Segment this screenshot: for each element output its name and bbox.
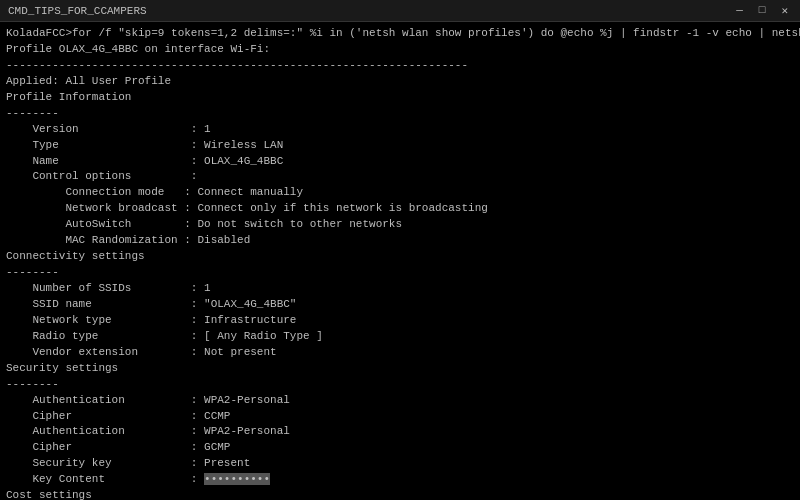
cmd-line: KoladaFCC>for /f "skip=9 tokens=1,2 deli…: [6, 26, 794, 42]
auth2: Authentication : WPA2-Personal: [6, 424, 794, 440]
title-bar-controls[interactable]: — □ ✕: [732, 4, 792, 17]
divider4: --------: [6, 377, 794, 393]
connection-mode: Connection mode : Connect manually: [6, 185, 794, 201]
divider2: --------: [6, 106, 794, 122]
network-broadcast: Network broadcast : Connect only if this…: [6, 201, 794, 217]
divider1: ----------------------------------------…: [6, 58, 794, 74]
title-bar-title: CMD_TIPS_FOR_CCAMPERS: [8, 5, 147, 17]
network-type: Network type : Infrastructure: [6, 313, 794, 329]
cost-header: Cost settings: [6, 488, 794, 500]
vendor-ext: Vendor extension : Not present: [6, 345, 794, 361]
control-options: Control options :: [6, 169, 794, 185]
cipher1: Cipher : CCMP: [6, 409, 794, 425]
close-button[interactable]: ✕: [777, 4, 792, 17]
terminal: KoladaFCC>for /f "skip=9 tokens=1,2 deli…: [0, 22, 800, 500]
radio-type: Radio type : [ Any Radio Type ]: [6, 329, 794, 345]
title-bar: CMD_TIPS_FOR_CCAMPERS — □ ✕: [0, 0, 800, 22]
key-content-value: ••••••••••: [204, 473, 270, 485]
profile-header: Profile OLAX_4G_4BBC on interface Wi-Fi:: [6, 42, 794, 58]
type: Type : Wireless LAN: [6, 138, 794, 154]
minimize-button[interactable]: —: [732, 4, 747, 17]
auth1: Authentication : WPA2-Personal: [6, 393, 794, 409]
key-content: Key Content : ••••••••••: [6, 472, 794, 488]
security-key: Security key : Present: [6, 456, 794, 472]
security-header: Security settings: [6, 361, 794, 377]
maximize-button[interactable]: □: [755, 4, 770, 17]
divider3: --------: [6, 265, 794, 281]
mac-rand: MAC Randomization : Disabled: [6, 233, 794, 249]
ssid-name: SSID name : "OLAX_4G_4BBC": [6, 297, 794, 313]
num-ssids: Number of SSIDs : 1: [6, 281, 794, 297]
connectivity-header: Connectivity settings: [6, 249, 794, 265]
name: Name : OLAX_4G_4BBC: [6, 154, 794, 170]
autoswitch: AutoSwitch : Do not switch to other netw…: [6, 217, 794, 233]
profile-info-header: Profile Information: [6, 90, 794, 106]
applied: Applied: All User Profile: [6, 74, 794, 90]
cipher2: Cipher : GCMP: [6, 440, 794, 456]
version: Version : 1: [6, 122, 794, 138]
